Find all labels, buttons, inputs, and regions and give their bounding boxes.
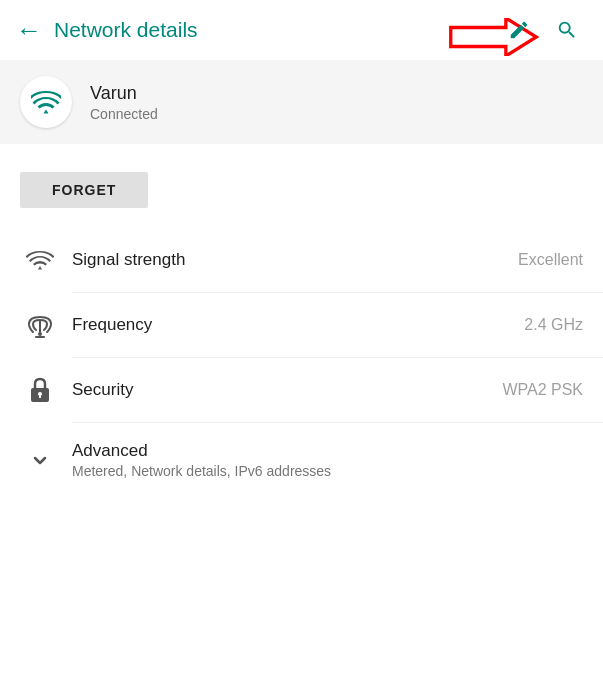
wifi-signal-icon <box>26 249 54 271</box>
forget-button[interactable]: FORGET <box>20 172 148 208</box>
frequency-value: 2.4 GHz <box>524 316 583 334</box>
network-info: Varun Connected <box>90 83 158 122</box>
chevron-down-icon <box>28 448 52 472</box>
network-status: Connected <box>90 106 158 122</box>
detail-rows: Signal strength Excellent Frequency 2.4 … <box>0 228 603 497</box>
edit-button[interactable] <box>499 10 539 50</box>
security-label: Security <box>72 380 502 400</box>
forget-section: FORGET <box>0 144 603 228</box>
frequency-icon-container <box>20 312 60 338</box>
header-actions <box>499 10 587 50</box>
frequency-label: Frequency <box>72 315 524 335</box>
frequency-row: Frequency 2.4 GHz <box>0 293 603 357</box>
network-row: Varun Connected <box>0 60 603 144</box>
page-title: Network details <box>54 18 499 42</box>
chevron-down-icon-container <box>20 448 60 472</box>
advanced-content: Advanced Metered, Network details, IPv6 … <box>72 441 583 479</box>
network-icon-circle <box>20 76 72 128</box>
search-icon <box>556 19 578 41</box>
header: ← Network details <box>0 0 603 60</box>
pencil-icon <box>508 19 530 41</box>
lock-icon <box>28 376 52 404</box>
wifi-connected-icon <box>31 89 61 115</box>
advanced-row[interactable]: Advanced Metered, Network details, IPv6 … <box>0 423 603 497</box>
security-row: Security WPA2 PSK <box>0 358 603 422</box>
svg-rect-6 <box>39 394 41 398</box>
search-button[interactable] <box>547 10 587 50</box>
wifi-signal-icon-container <box>20 249 60 271</box>
security-value: WPA2 PSK <box>502 381 583 399</box>
security-content: Security <box>72 380 502 400</box>
back-button[interactable]: ← <box>16 15 42 46</box>
lock-icon-container <box>20 376 60 404</box>
advanced-sub: Metered, Network details, IPv6 addresses <box>72 463 583 479</box>
svg-point-2 <box>38 332 42 336</box>
frequency-icon <box>26 312 54 338</box>
advanced-label: Advanced <box>72 441 583 461</box>
frequency-content: Frequency <box>72 315 524 335</box>
signal-strength-content: Signal strength <box>72 250 518 270</box>
network-name: Varun <box>90 83 158 104</box>
signal-strength-row: Signal strength Excellent <box>0 228 603 292</box>
signal-strength-label: Signal strength <box>72 250 518 270</box>
signal-strength-value: Excellent <box>518 251 583 269</box>
